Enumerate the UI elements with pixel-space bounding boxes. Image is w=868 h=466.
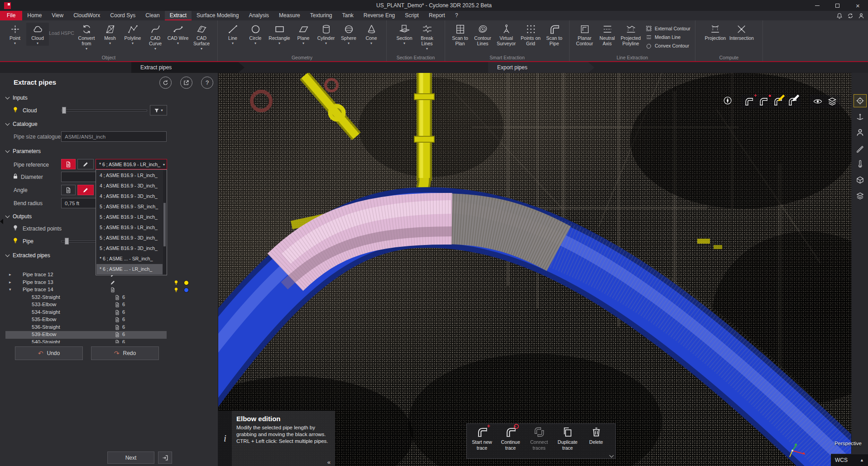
show-pipes-icon[interactable]: [812, 96, 824, 107]
dropdown-option[interactable]: 5 ; ASME B16.9 - LR_inch_: [96, 212, 163, 222]
ribbon-contour-lines-button[interactable]: Contour Lines: [471, 23, 494, 47]
section-catalogue[interactable]: Catalogue: [6, 121, 38, 127]
visibility-bulb-icon[interactable]: [173, 287, 179, 293]
dropdown-option[interactable]: 4 ; ASME B16.9 - 3D_inch_: [96, 181, 163, 191]
tree-row-532-straight[interactable]: 532-Straight 6: [0, 294, 218, 302]
tree-row-pipe-trace-14[interactable]: ▾ Pipe trace 14: [0, 286, 218, 294]
expander-icon[interactable]: ▸: [9, 280, 11, 284]
dropdown-option[interactable]: 5 ; ASME B16.9 - LR_inch_: [96, 222, 163, 233]
pipe-size-catalogue-input[interactable]: [61, 131, 167, 142]
sync-icon[interactable]: [847, 13, 854, 19]
ribbon-cone-button[interactable]: Cone▾: [360, 23, 383, 46]
start-new-trace-button[interactable]: + Start new trace: [468, 426, 496, 457]
ribbon-line-button[interactable]: Line▾: [221, 23, 244, 46]
ribbon-break-lines-button[interactable]: Break Lines▾: [416, 23, 438, 51]
ribbon-cloud-button[interactable]: Cloud▾: [26, 23, 49, 46]
projection-mode-label[interactable]: Perspective: [834, 441, 862, 446]
menu-reverse-eng[interactable]: Reverse Eng: [359, 11, 400, 20]
info-collapse-button[interactable]: «: [327, 459, 331, 466]
dropdown-option[interactable]: * 6 ; ASME ... - SR_inch_: [96, 254, 163, 264]
ribbon-cad-wire-button[interactable]: CAD Wire▾: [167, 23, 189, 46]
expander-icon[interactable]: ▾: [9, 287, 11, 292]
file-icon[interactable]: [110, 287, 115, 293]
ribbon-virtual-surveyor-button[interactable]: Virtual Surveyor: [494, 23, 518, 47]
section-extracted-pipes[interactable]: Extracted pipes: [6, 252, 50, 259]
maximize-button[interactable]: [827, 0, 848, 11]
bulb-icon[interactable]: [12, 225, 19, 231]
ribbon-projected-polyline-button[interactable]: Projected Polyline: [619, 23, 643, 47]
ribbon-cad-surface-button[interactable]: CAD Surface▾: [189, 23, 214, 51]
menu-view[interactable]: View: [47, 11, 68, 20]
ribbon-projection-button[interactable]: Projection: [703, 23, 728, 41]
layers-icon[interactable]: [854, 190, 866, 202]
ribbon-scan-to-plan-button[interactable]: Scan to Plan: [449, 23, 471, 47]
delete-trace-button[interactable]: Delete: [582, 426, 610, 457]
dropdown-option[interactable]: 4 ; ASME B16.9 - LR_inch_: [96, 170, 163, 181]
target-icon[interactable]: [854, 95, 866, 107]
ribbon-external-contour-button[interactable]: External Contour: [646, 25, 691, 32]
pen-ruler-icon[interactable]: [854, 142, 866, 154]
menu-extract[interactable]: Extract: [165, 11, 192, 20]
pipe-node-icon[interactable]: ●: [758, 96, 769, 107]
section-inputs[interactable]: Inputs: [6, 95, 28, 101]
dropdown-option[interactable]: 4 ; ASME B16.9 - 3D_inch_: [96, 191, 163, 202]
angle-edit-button[interactable]: [77, 185, 94, 195]
ribbon-mesh-button[interactable]: Mesh▾: [99, 23, 121, 46]
ribbon-plane-button[interactable]: Plane▾: [292, 23, 315, 46]
trace-color-swatch[interactable]: [184, 288, 189, 293]
ribbon-sphere-button[interactable]: Sphere▾: [337, 23, 360, 46]
menu-coord-sys[interactable]: Coord Sys: [105, 11, 140, 20]
menu-report[interactable]: Report: [424, 11, 450, 20]
menu-texturing[interactable]: Texturing: [305, 11, 337, 20]
menu-tank[interactable]: Tank: [337, 11, 359, 20]
menu-file[interactable]: File: [0, 11, 22, 20]
help-icon[interactable]: ?: [201, 77, 213, 89]
pencil-icon[interactable]: [110, 280, 115, 285]
open-export-icon[interactable]: [180, 77, 192, 89]
menu-clean[interactable]: Clean: [140, 11, 164, 20]
bulb-icon[interactable]: [12, 237, 19, 244]
ribbon-rectangle-button[interactable]: Rectangle▾: [267, 23, 292, 46]
connect-traces-button[interactable]: Connect traces: [525, 426, 553, 457]
continue-trace-button[interactable]: Continue trace: [496, 426, 525, 457]
panel-collapse-handle[interactable]: [0, 219, 3, 224]
redo-button[interactable]: ↷Redo: [91, 346, 159, 360]
close-button[interactable]: ×: [848, 0, 868, 11]
menu-analysis[interactable]: Analysis: [244, 11, 274, 20]
cube-icon[interactable]: [854, 174, 866, 186]
ribbon-points-on-grid-button[interactable]: Points on Grid: [518, 23, 543, 47]
tree-row-533-elbow[interactable]: 533-Elbow 6: [0, 301, 218, 309]
pipe-pen-icon[interactable]: [786, 96, 798, 107]
thermometer-icon[interactable]: [854, 158, 866, 170]
visibility-bulb-icon[interactable]: [173, 280, 179, 285]
dropdown-option[interactable]: 5 ; ASME B16.9 - SR_inch_: [96, 202, 163, 212]
tree-row-539-elbow-selected[interactable]: 539-Elbow 6: [0, 331, 218, 339]
tree-row-535-elbow[interactable]: 535-Elbow 6: [0, 316, 218, 324]
bulb-icon[interactable]: [12, 106, 19, 113]
compass-icon[interactable]: [722, 95, 734, 106]
ribbon-point-button[interactable]: Point▾: [4, 23, 26, 46]
ribbon-cad-curve-button[interactable]: CAD Curve▾: [144, 23, 167, 51]
tree-row-540-straight[interactable]: 540-Straight 6: [0, 339, 218, 344]
pipe-add-icon[interactable]: +: [743, 96, 755, 107]
up-arrow-icon[interactable]: ▲: [860, 458, 864, 462]
menu-surface-modeling[interactable]: Surface Modeling: [192, 11, 244, 20]
menu-help[interactable]: ?: [450, 11, 463, 20]
wcs-bar[interactable]: WCS ▲: [831, 454, 868, 466]
ribbon-convex-contour-button[interactable]: Convex Contour: [646, 43, 691, 49]
ribbon-median-line-button[interactable]: Median Line: [646, 34, 691, 40]
ribbon-section-button[interactable]: Section▾: [393, 23, 416, 46]
angle-catalogue-button[interactable]: [61, 185, 76, 195]
duplicate-trace-button[interactable]: Duplicate trace: [553, 426, 582, 457]
expander-icon[interactable]: ▸: [9, 272, 11, 277]
pipe-reference-edit-button[interactable]: [77, 159, 94, 169]
ribbon-convert-from-button[interactable]: Convert from▾: [74, 23, 99, 51]
reset-icon[interactable]: [159, 77, 172, 89]
section-outputs[interactable]: Outputs: [6, 213, 32, 220]
ribbon-scan-to-pipe-button[interactable]: Scan to Pipe: [543, 23, 566, 47]
cloud-filter-button[interactable]: ▾: [150, 105, 167, 115]
pipe-edit-icon[interactable]: [772, 96, 784, 107]
menu-home[interactable]: Home: [22, 11, 47, 20]
show-cloud-icon[interactable]: [826, 96, 838, 107]
ribbon-intersection-button[interactable]: Intersection: [728, 23, 755, 41]
